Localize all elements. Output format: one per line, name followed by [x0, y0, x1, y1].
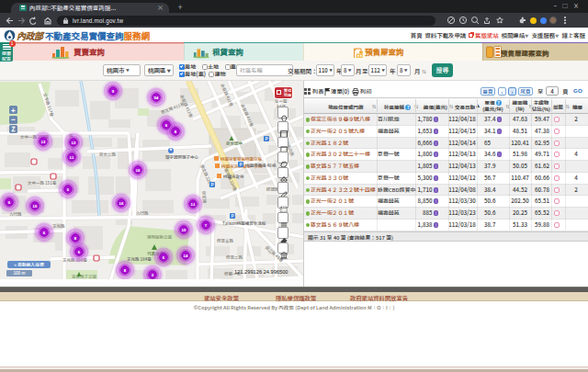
- svg-text:陽明運動公園: 陽明運動公園: [147, 234, 172, 240]
- svg-text:13: 13: [72, 140, 76, 145]
- svg-text:11: 11: [191, 201, 196, 207]
- svg-text:16: 16: [119, 200, 124, 206]
- svg-text:Taiwan桃園補習生活館: Taiwan桃園補習生活館: [222, 220, 266, 226]
- svg-text:11: 11: [70, 154, 74, 160]
- svg-text:慈文國中: 慈文國中: [226, 141, 243, 146]
- svg-text:環宇國際親子中心: 環宇國際親子中心: [165, 154, 198, 160]
- svg-text:保定五路: 保定五路: [216, 238, 233, 243]
- svg-text:力行路: 力行路: [136, 210, 149, 216]
- svg-text:10: 10: [182, 227, 187, 232]
- svg-text:慈文二路: 慈文二路: [99, 152, 116, 157]
- svg-text:13: 13: [41, 139, 46, 144]
- svg-text:桃園停車場 48格: 桃園停車場 48格: [244, 163, 277, 168]
- svg-text:文中一路 151巷: 文中一路 151巷: [28, 180, 57, 186]
- svg-text:桃園市政府: 桃園市政府: [222, 174, 244, 179]
- svg-text:15: 15: [33, 203, 38, 209]
- svg-text:94: 94: [154, 95, 159, 100]
- svg-text:16: 16: [136, 167, 141, 173]
- svg-text:保定二路: 保定二路: [225, 254, 243, 260]
- svg-text:14: 14: [184, 253, 188, 258]
- svg-text:121.299126 24.996500: 121.299126 24.996500: [234, 269, 288, 275]
- svg-text:吉祥親子公園: 吉祥親子公園: [72, 274, 96, 279]
